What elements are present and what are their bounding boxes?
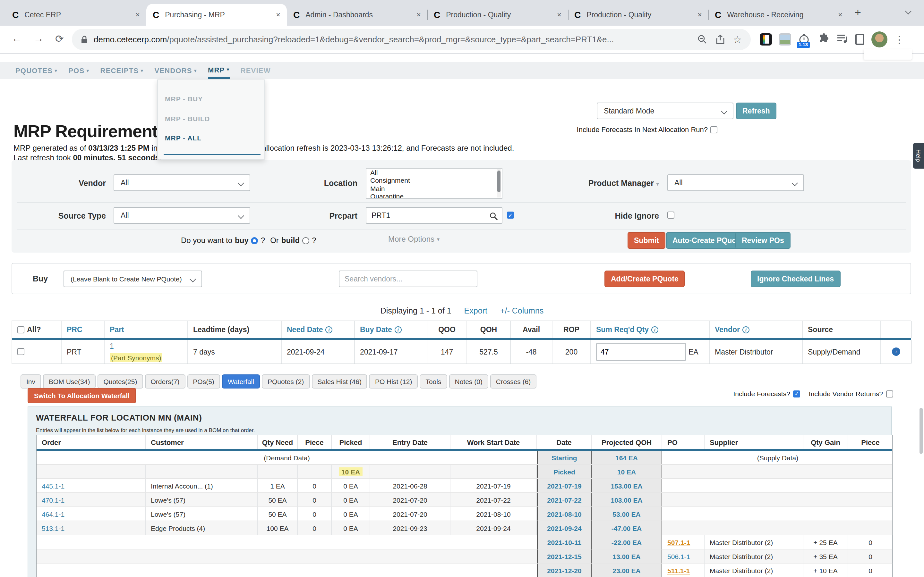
col-header-need-date[interactable]: Need Datei [282,321,355,338]
info-icon[interactable]: i [651,326,658,333]
close-icon[interactable]: × [698,10,702,19]
date-link[interactable]: 2021-12-20 [537,564,591,577]
extensions-puzzle-icon[interactable] [818,32,830,47]
close-icon[interactable]: × [276,10,280,19]
location-option[interactable]: All [367,169,502,177]
date-link[interactable]: 2021-07-22 [537,493,591,506]
columns-link[interactable]: +/- Columns [500,306,543,316]
ignore-checked-lines-button[interactable]: Ignore Checked Lines [751,271,840,287]
info-icon[interactable]: i [742,326,750,333]
zoom-out-icon[interactable] [697,35,707,44]
date-link[interactable]: 2021-12-15 [537,550,591,563]
nav-item-mrp[interactable]: MRP▾ [208,62,230,79]
switch-allocation-waterfall-button[interactable]: Switch To Allocation Waterfall [27,388,136,403]
buy-radio[interactable] [251,237,258,244]
tab-search-chevron-icon[interactable] [905,8,911,15]
nav-item-vendors[interactable]: VENDORS▾ [154,62,197,79]
source-type-select[interactable]: All [113,207,250,224]
playlist-icon[interactable] [837,33,848,46]
docs-extension-icon[interactable] [760,33,772,45]
browser-menu-icon[interactable]: ⋮ [895,34,904,45]
product-manager-select[interactable]: All [667,174,804,191]
col-header-buy-date[interactable]: Buy Datei [355,321,427,338]
forward-button[interactable]: → [33,33,44,44]
info-icon[interactable]: i [395,326,402,333]
part-synonyms-link[interactable]: (Part Synonyms) [110,353,162,362]
col-header-vendor[interactable]: Vendori [710,321,803,338]
order-link[interactable]: 513.1-1 [37,521,145,535]
timer-extension-icon[interactable]: 1.13 [798,33,811,46]
scrollbar-thumb[interactable] [919,408,923,454]
tab-bom-use[interactable]: BOM Use(34) [43,374,95,388]
tab-inv[interactable]: Inv [21,374,41,388]
date-link[interactable]: 2021-07-19 [537,479,591,492]
reload-button[interactable]: ⟳ [55,33,64,45]
browser-tab-cetec-erp[interactable]: C Cetec ERP × [6,4,146,26]
vendor-search-input[interactable] [339,271,477,287]
order-link[interactable]: 464.1-1 [37,507,145,521]
sum-reqd-qty-input[interactable] [596,343,686,361]
vendor-link[interactable]: Master Distributor [710,340,803,364]
submit-button[interactable]: Submit [628,232,666,249]
info-icon[interactable]: i [326,326,333,333]
address-bar[interactable]: demo.cetecerp.com/pquote/assisted_purcha… [72,29,751,50]
avail-link[interactable]: -48 [511,340,552,364]
mode-select[interactable]: Standard Mode [597,103,733,119]
close-icon[interactable]: × [557,10,561,19]
date-link[interactable]: 2021-08-10 [537,507,591,521]
include-forecasts-next-run-checkbox[interactable] [710,126,717,133]
browser-tab-admin-dashboards[interactable]: C Admin - Dashboards × [287,4,427,26]
tab-tools[interactable]: Tools [420,374,447,388]
tab-sales-hist[interactable]: Sales Hist (46) [312,374,367,388]
col-header-prc[interactable]: PRC [61,321,105,338]
location-listbox[interactable]: All Consignment Main Quarantine [366,168,502,199]
build-radio[interactable] [302,237,309,244]
tab-pquotes[interactable]: PQuotes (2) [262,374,310,388]
part-link[interactable]: 1 [110,342,114,350]
tab-pos[interactable]: POs(5) [187,374,220,388]
listbox-scrollbar[interactable] [497,169,501,197]
share-icon[interactable] [716,35,724,44]
screenshot-extension-icon[interactable] [779,33,791,45]
date-link[interactable]: 2021-09-24 [537,521,591,535]
vendor-select[interactable]: All [113,174,250,191]
menu-item-mrp-buy[interactable]: MRP - BUY [158,95,264,103]
nav-item-receipts[interactable]: RECEIPTS▾ [100,62,144,79]
nav-item-pquotes[interactable]: PQUOTES▾ [15,62,57,79]
order-link[interactable]: 445.1-1 [37,479,145,492]
help-tab[interactable]: Help [913,143,924,169]
close-icon[interactable]: × [136,10,140,19]
menu-item-mrp-build[interactable]: MRP - BUILD [158,114,264,122]
sidebar-extension-icon[interactable] [855,34,864,45]
prcpart-input[interactable] [366,207,502,224]
col-header-sum-reqd-qty[interactable]: Sum Req'd Qtyi [591,321,710,338]
tab-crosses[interactable]: Crosses (6) [490,374,537,388]
hide-ignore-checkbox[interactable] [667,211,674,219]
review-pos-button[interactable]: Review POs [735,232,790,249]
refresh-button[interactable]: Refresh [736,103,776,119]
tab-notes[interactable]: Notes (0) [449,374,488,388]
row-info-icon[interactable]: i [892,348,900,356]
bookmark-star-icon[interactable]: ☆ [733,34,742,45]
more-options-toggle[interactable]: More Options▾ [388,235,439,243]
col-header-part[interactable]: Part [105,321,188,338]
select-all-checkbox[interactable] [17,326,24,333]
location-option[interactable]: Consignment [367,177,502,185]
profile-avatar[interactable] [871,31,887,47]
export-link[interactable]: Export [464,306,487,316]
menu-item-mrp-all[interactable]: MRP - ALL [158,134,264,142]
po-link[interactable]: 507.1-1 [667,538,690,546]
close-icon[interactable]: × [417,10,421,19]
tab-quotes[interactable]: Quotes(25) [97,374,143,388]
close-icon[interactable]: × [838,10,843,19]
new-tab-button[interactable]: + [855,6,861,19]
include-vendor-returns-checkbox[interactable] [886,390,893,397]
nav-item-review[interactable]: REVIEW [241,62,271,79]
po-link[interactable]: 506.1-1 [667,552,690,560]
browser-tab-production-quality-1[interactable]: C Production - Quality × [427,4,568,26]
tab-po-hist[interactable]: PO Hist (12) [369,374,418,388]
nav-item-pos[interactable]: POS▾ [68,62,89,79]
add-create-pquote-button[interactable]: Add/Create PQuote [604,271,685,287]
include-forecasts-checkbox[interactable]: ✓ [793,390,800,397]
browser-tab-purchasing-mrp[interactable]: C Purchasing - MRP × [146,4,287,26]
